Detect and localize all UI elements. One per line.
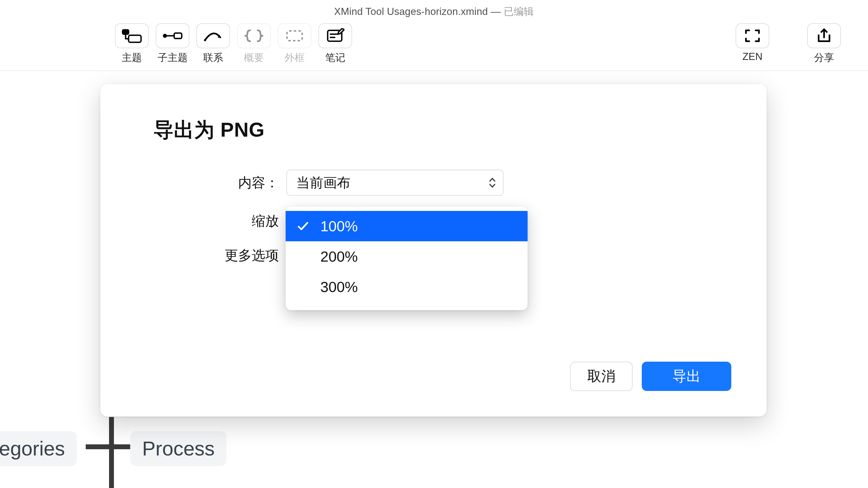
window-titlebar: XMind Tool Usages-horizon.xmind — 已编辑 [0,0,868,22]
zoom-label: 缩放 [154,212,286,230]
share-button[interactable] [807,23,841,48]
form-row-content: 内容： 当前画布 [154,170,713,196]
more-options-label: 更多选项 [154,247,286,265]
toolbar-item-boundary: 外框 [278,23,311,65]
mindmap-connector-vertical [109,417,114,488]
window-filename: XMind Tool Usages-horizon.xmind [334,6,488,17]
cancel-button[interactable]: 取消 [570,362,632,391]
svg-point-4 [204,39,206,41]
mindmap-connector-horizontal [86,444,134,449]
dialog-title: 导出为 PNG [154,117,713,144]
share-icon [814,28,834,43]
notes-icon [325,28,346,43]
content-label: 内容： [154,174,286,192]
subtopic-icon [162,28,183,43]
toolbar-item-subtopic: 子主题 [156,23,189,65]
topic-button[interactable] [115,23,149,48]
summary-icon [244,28,264,43]
content-select[interactable]: 当前画布 [286,170,503,196]
boundary-button [278,23,311,48]
boundary-label: 外框 [284,51,305,65]
dialog-actions: 取消 导出 [570,362,731,391]
boundary-icon [284,28,305,43]
select-stepper-icon [488,177,496,189]
zen-label: ZEN [742,51,763,62]
toolbar-item-zen: ZEN [736,23,769,62]
notes-label: 笔记 [325,51,345,65]
svg-rect-2 [174,33,182,38]
topic-icon [122,28,142,43]
mindmap-node-process[interactable]: Process [130,431,226,466]
mindmap-node-categories[interactable]: tegories [0,431,77,466]
subtopic-button[interactable] [156,23,189,48]
zoom-option-100[interactable]: 100% [286,211,528,241]
toolbar-item-summary: 概要 [237,23,271,65]
zoom-option-300[interactable]: 300% [286,272,528,302]
check-icon [297,220,309,232]
subtopic-label: 子主题 [158,51,188,65]
relationship-label: 联系 [203,51,223,65]
zoom-dropdown: 100% 200% 300% [286,206,528,310]
toolbar-item-notes: 笔记 [318,23,352,65]
fullscreen-icon [742,28,763,43]
zoom-option-label: 300% [320,279,358,295]
zoom-option-200[interactable]: 200% [286,241,528,272]
zoom-option-label: 200% [320,248,358,265]
export-button[interactable]: 导出 [642,362,731,391]
svg-rect-5 [287,31,302,41]
toolbar-left-cluster: 主题 子主题 联系 概要 [115,23,352,65]
summary-label: 概要 [244,51,264,65]
main-toolbar: 主题 子主题 联系 概要 [0,22,868,71]
notes-button[interactable] [318,23,352,48]
share-label: 分享 [814,51,834,65]
svg-rect-0 [129,35,141,42]
window-title-separator: — [488,6,504,17]
toolbar-right-cluster: ZEN 分享 [736,23,841,65]
relationship-icon [203,28,223,43]
toolbar-item-topic: 主题 [115,23,149,65]
zen-button[interactable] [736,23,769,48]
topic-label: 主题 [122,51,142,65]
content-select-value: 当前画布 [296,174,350,192]
window-edited-suffix: 已编辑 [504,6,534,17]
relationship-button[interactable] [196,23,230,48]
summary-button [237,23,271,48]
toolbar-item-share: 分享 [807,23,841,65]
zoom-option-label: 100% [320,218,358,234]
toolbar-item-relationship: 联系 [196,23,230,65]
